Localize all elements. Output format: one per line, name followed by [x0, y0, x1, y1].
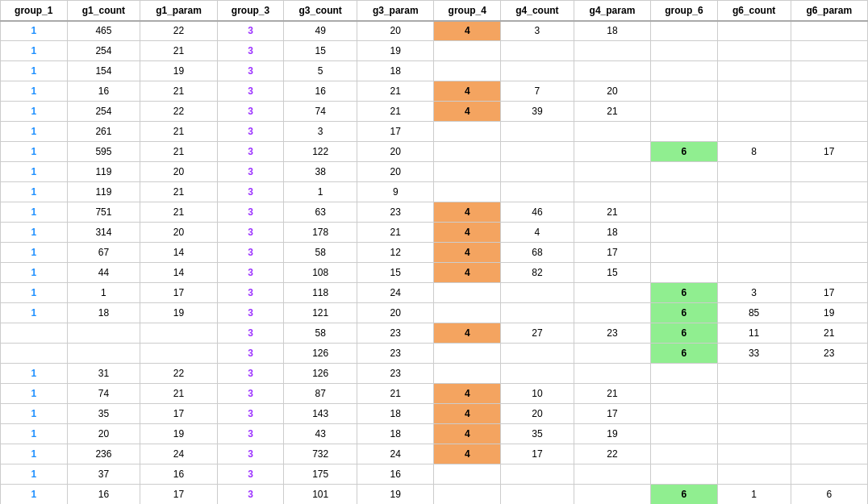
cell-g6_count: 8	[717, 142, 791, 162]
cell-g4_param	[574, 61, 650, 81]
cell-group_6	[651, 41, 718, 61]
cell-g3_param: 20	[357, 303, 434, 323]
cell-group_6	[651, 102, 718, 122]
cell-g4_count	[501, 41, 574, 61]
data-table: group_1g1_countg1_paramgroup_3g3_countg3…	[0, 0, 868, 504]
cell-g3_count: 15	[284, 41, 357, 61]
table-row: 146522349204318	[1, 21, 868, 41]
table-row: 13122312623	[1, 364, 868, 384]
column-header-group_3: group_3	[217, 1, 284, 21]
cell-group_6	[651, 444, 718, 464]
cell-g4_count	[501, 303, 574, 323]
cell-group_1: 1	[1, 464, 68, 485]
cell-g6_count	[717, 384, 791, 404]
cell-g4_param: 17	[574, 243, 650, 263]
cell-g3_count: 122	[284, 142, 357, 162]
cell-group_3: 3	[217, 263, 284, 283]
cell-group_3: 3	[217, 303, 284, 323]
cell-g6_param: 23	[791, 344, 868, 364]
column-header-g4_param: g4_param	[574, 1, 650, 21]
cell-g3_param: 21	[357, 102, 434, 122]
cell-group_1: 1	[1, 283, 68, 303]
cell-g3_param: 23	[357, 364, 434, 384]
cell-g6_param	[791, 102, 868, 122]
cell-group_6	[651, 384, 718, 404]
cell-group_6: 6	[651, 344, 718, 364]
cell-g3_count: 43	[284, 424, 357, 444]
cell-g6_param	[791, 223, 868, 243]
cell-g6_count	[717, 41, 791, 61]
column-header-g1_param: g1_param	[140, 1, 217, 21]
cell-g6_param: 6	[791, 485, 868, 505]
cell-g6_count	[717, 162, 791, 182]
cell-g4_param	[574, 303, 650, 323]
cell-g3_param: 19	[357, 41, 434, 61]
table-row: 13716317516	[1, 464, 868, 485]
cell-group_4	[434, 364, 501, 384]
cell-g1_param: 19	[140, 424, 217, 444]
cell-group_4: 4	[434, 102, 501, 122]
cell-g4_param	[574, 182, 650, 202]
cell-g3_param: 18	[357, 61, 434, 81]
cell-g1_count: 37	[67, 464, 140, 485]
cell-group_6	[651, 81, 718, 102]
cell-group_1: 1	[1, 122, 68, 142]
cell-g3_param: 17	[357, 122, 434, 142]
cell-group_1: 1	[1, 384, 68, 404]
cell-g1_count: 35	[67, 404, 140, 424]
cell-group_6: 6	[651, 323, 718, 344]
cell-group_3: 3	[217, 102, 284, 122]
cell-g1_count: 254	[67, 102, 140, 122]
table-row: 1351731431842017	[1, 404, 868, 424]
cell-group_3: 3	[217, 223, 284, 243]
cell-group_6	[651, 263, 718, 283]
cell-group_1: 1	[1, 404, 68, 424]
cell-g1_count: 154	[67, 61, 140, 81]
cell-group_4	[434, 344, 501, 364]
cell-g4_count: 20	[501, 404, 574, 424]
cell-g1_param: 24	[140, 444, 217, 464]
cell-group_1	[1, 323, 68, 344]
column-header-group_4: group_4	[434, 1, 501, 21]
cell-g4_count: 7	[501, 81, 574, 102]
cell-g1_param: 14	[140, 263, 217, 283]
cell-g4_param	[574, 41, 650, 61]
cell-g4_param: 21	[574, 202, 650, 223]
table-row: 11173118246317	[1, 283, 868, 303]
cell-group_3: 3	[217, 122, 284, 142]
cell-g6_param	[791, 81, 868, 102]
cell-g6_param	[791, 122, 868, 142]
column-header-group_6: group_6	[651, 1, 718, 21]
cell-g1_count: 119	[67, 182, 140, 202]
cell-group_4	[434, 41, 501, 61]
cell-group_3: 3	[217, 243, 284, 263]
cell-g4_count: 68	[501, 243, 574, 263]
cell-g1_count: 16	[67, 81, 140, 102]
cell-g4_param: 15	[574, 263, 650, 283]
cell-g1_count	[67, 344, 140, 364]
cell-g1_param: 14	[140, 243, 217, 263]
cell-g3_param: 16	[357, 464, 434, 485]
cell-g6_param	[791, 61, 868, 81]
cell-g4_count: 35	[501, 424, 574, 444]
cell-g4_param: 19	[574, 424, 650, 444]
cell-group_6: 6	[651, 485, 718, 505]
cell-g6_count	[717, 364, 791, 384]
cell-group_3: 3	[217, 364, 284, 384]
cell-group_4: 4	[434, 21, 501, 41]
cell-g6_param	[791, 424, 868, 444]
cell-group_4: 4	[434, 323, 501, 344]
cell-group_4	[434, 182, 501, 202]
cell-group_4	[434, 303, 501, 323]
cell-g3_param: 21	[357, 223, 434, 243]
cell-g6_param: 19	[791, 303, 868, 323]
table-row: 1261213317	[1, 122, 868, 142]
cell-g6_param: 21	[791, 323, 868, 344]
cell-group_6	[651, 404, 718, 424]
cell-g1_param: 22	[140, 21, 217, 41]
cell-g6_param	[791, 464, 868, 485]
cell-g4_count: 17	[501, 444, 574, 464]
cell-g4_param	[574, 344, 650, 364]
cell-g3_count: 3	[284, 122, 357, 142]
cell-g3_count: 74	[284, 102, 357, 122]
